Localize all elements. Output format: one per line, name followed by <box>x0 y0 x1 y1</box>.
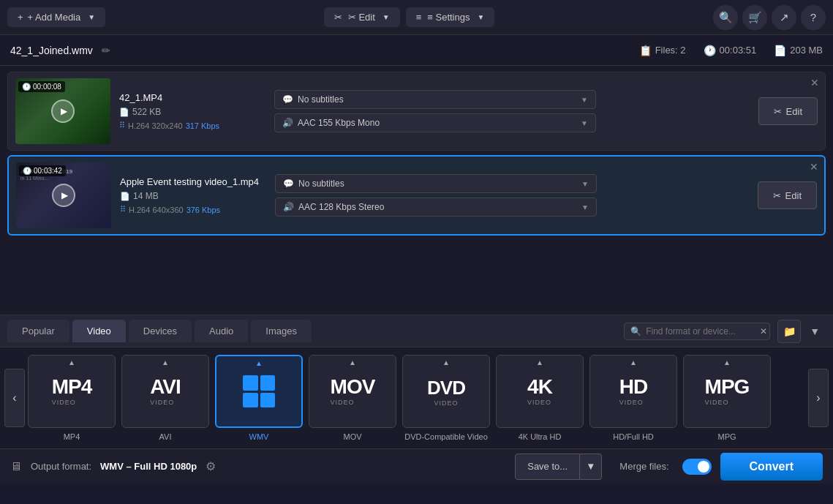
chevron-down-icon-5: ▼ <box>810 326 820 337</box>
tab-devices[interactable]: Devices <box>129 320 192 342</box>
save-to-button[interactable]: Save to... <box>515 454 580 480</box>
media-codec-2: ⠿ H.264 640x360 376 Kbps <box>120 205 266 214</box>
chevron-down-icon-2: ▼ <box>581 119 588 127</box>
edit-media-button-2[interactable]: ✂ Edit <box>758 181 817 209</box>
wmv-windows-logo <box>243 375 275 407</box>
media-item-selected[interactable]: ▶ Apple WWDC 2019 in 11 Minu... 🕐 00:03:… <box>7 155 826 236</box>
expand-dvd-icon: ▲ <box>442 358 450 366</box>
format-card-hd[interactable]: ▲ HD VIDEO <box>589 355 677 428</box>
output-format-label: Output format: <box>31 461 91 472</box>
format-card-mov[interactable]: ▲ MOV VIDEO <box>309 355 396 428</box>
format-search-input[interactable] <box>646 326 755 336</box>
add-media-button[interactable]: + + Add Media ▼ <box>7 7 105 27</box>
close-item-button-2[interactable]: ✕ <box>810 161 818 173</box>
joined-filename: 42_1_Joined.wmv <box>10 45 93 56</box>
search-icon: 🔍 <box>719 11 733 24</box>
avi-logo: AVI VIDEO <box>150 377 181 406</box>
left-arrow-icon: ‹ <box>12 391 16 405</box>
tab-popular[interactable]: Popular <box>7 320 69 342</box>
file-info-bar: 42_1_Joined.wmv ✏ 📋 Files: 2 🕐 00:03:51 … <box>0 35 833 66</box>
settings-icon: ≡ <box>416 12 422 23</box>
gear-icon: ⚙ <box>206 460 216 473</box>
format-card-4k[interactable]: ▲ 4K VIDEO <box>496 355 584 428</box>
media-codec-1: ⠿ H.264 320x240 317 Kbps <box>119 121 265 130</box>
format-tabs: Popular Video Devices Audio Images 🔍 ✕ 📁… <box>0 315 833 347</box>
play-icon-2: ▶ <box>61 190 68 200</box>
subtitles-dropdown-1[interactable]: 💬 No subtitles ▼ <box>274 90 596 109</box>
edit-media-button-1[interactable]: ✂ Edit <box>758 97 818 125</box>
subtitles-dropdown-2[interactable]: 💬 No subtitles ▼ <box>275 174 597 193</box>
format-card-mpg[interactable]: ▲ MPG VIDEO <box>683 355 771 428</box>
share-icon: ↗ <box>780 11 789 24</box>
custom-format-button[interactable]: 📁 <box>777 320 801 343</box>
audio-dropdown-1[interactable]: 🔊 AAC 155 Kbps Mono ▼ <box>274 113 596 132</box>
play-button-2[interactable]: ▶ <box>52 184 75 207</box>
mp4-logo: MP4 VIDEO <box>52 377 92 406</box>
cart-icon: 🛒 <box>748 11 762 24</box>
edit-scissors-icon: ✂ <box>774 106 782 117</box>
help-icon: ? <box>810 11 816 23</box>
settings-button[interactable]: ≡ ≡ Settings ▼ <box>406 7 495 27</box>
format-grid: ▲ MP4 VIDEO MP4 ▲ AVI VIDEO AVI <box>28 355 805 441</box>
output-format-value: WMV – Full HD 1080p <box>100 461 197 472</box>
size-icon: 📄 <box>119 108 129 117</box>
play-button-1[interactable]: ▶ <box>51 99 75 123</box>
codec-icon: ⠿ <box>119 121 125 130</box>
expand-mpg-icon: ▲ <box>723 358 731 366</box>
subtitle-icon: 💬 <box>282 94 293 105</box>
file-stats: 📋 Files: 2 🕐 00:03:51 📄 203 MB <box>639 45 823 56</box>
format-card-mp4[interactable]: ▲ MP4 VIDEO <box>28 355 116 428</box>
chevron-down-icon-3: ▼ <box>581 180 589 188</box>
dvd-logo: DVD VIDEO <box>427 377 465 407</box>
mini-clock-icon-2: 🕐 <box>23 167 31 175</box>
edit-filename-button[interactable]: ✏ <box>102 45 110 56</box>
format-card-wmv[interactable]: ▲ <box>215 355 303 428</box>
media-controls-2: 💬 No subtitles ▼ 🔊 AAC 128 Kbps Stereo ▼ <box>275 174 749 217</box>
main-toolbar: + + Add Media ▼ ✂ ✂ Edit ▼ ≡ ≡ Settings … <box>0 0 833 35</box>
monitor-icon: 🖥 <box>10 460 22 473</box>
audio-dropdown-2[interactable]: 🔊 AAC 128 Kbps Stereo ▼ <box>275 198 597 217</box>
right-arrow-icon: › <box>816 391 820 405</box>
convert-button[interactable]: Convert <box>720 453 823 481</box>
close-item-button-1[interactable]: ✕ <box>810 77 819 89</box>
prev-formats-button[interactable]: ‹ <box>4 369 25 427</box>
edit-arrow: ▼ <box>382 13 390 21</box>
save-dropdown-button[interactable]: ▼ <box>580 454 602 480</box>
play-icon: ▶ <box>61 106 67 116</box>
output-settings-button[interactable]: ⚙ <box>206 459 216 473</box>
hd-label: HD/Full HD <box>613 432 654 441</box>
tab-images[interactable]: Images <box>251 320 312 342</box>
subtitle-icon-2: 💬 <box>283 178 294 189</box>
mpg-label: MPG <box>717 432 736 441</box>
help-button[interactable]: ? <box>801 5 826 30</box>
hd-logo: HD VIDEO <box>619 377 647 406</box>
cart-button[interactable]: 🛒 <box>742 5 767 30</box>
media-item[interactable]: ▶ 🕐 00:00:08 42_1.MP4 📄 522 KB ⠿ H.264 3… <box>7 72 826 151</box>
format-card-dvd[interactable]: ▲ DVD VIDEO <box>402 355 490 428</box>
search-clear-button[interactable]: ✕ <box>760 326 767 336</box>
edit-label: ✂ Edit <box>348 12 375 23</box>
search-button[interactable]: 🔍 <box>713 5 738 30</box>
media-info-1: 42_1.MP4 📄 522 KB ⠿ H.264 320x240 317 Kb… <box>119 92 265 130</box>
thumbnail-2: ▶ Apple WWDC 2019 in 11 Minu... 🕐 00:03:… <box>16 162 111 228</box>
media-list: ▶ 🕐 00:00:08 42_1.MP4 📄 522 KB ⠿ H.264 3… <box>0 66 833 315</box>
tab-audio[interactable]: Audio <box>195 320 248 342</box>
edit-button[interactable]: ✂ ✂ Edit ▼ <box>324 7 400 27</box>
expand-wmv-icon: ▲ <box>255 359 263 367</box>
files-count: 📋 Files: 2 <box>639 45 686 56</box>
share-button[interactable]: ↗ <box>772 5 796 30</box>
media-size-2: 📄 14 MB <box>120 191 266 201</box>
expand-hd-icon: ▲ <box>630 358 637 366</box>
settings-label: ≡ Settings <box>427 12 470 23</box>
format-card-avi[interactable]: ▲ AVI VIDEO <box>121 355 209 428</box>
pencil-icon: ✏ <box>102 45 110 56</box>
next-formats-button[interactable]: › <box>808 369 829 427</box>
tab-video[interactable]: Video <box>72 320 126 342</box>
merge-toggle[interactable] <box>682 459 712 475</box>
format-search: 🔍 ✕ <box>624 323 770 340</box>
folder-icon: 📁 <box>783 326 796 337</box>
expand-formats-button[interactable]: ▼ <box>804 323 826 340</box>
size-icon-2: 📄 <box>120 192 130 201</box>
mpg-logo: MPG VIDEO <box>705 377 750 406</box>
thumbnail-1: ▶ 🕐 00:00:08 <box>15 78 110 144</box>
